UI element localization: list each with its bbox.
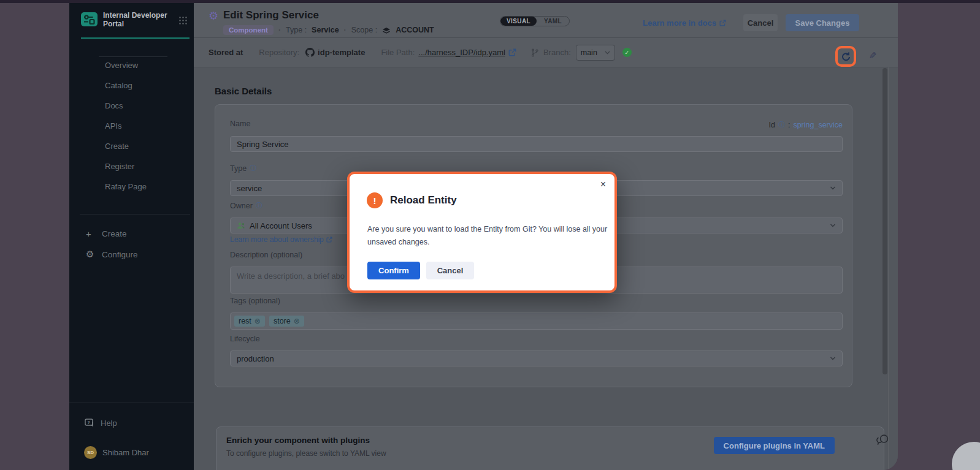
scope-meta-label: Scope : [351, 26, 377, 34]
name-label: Name [230, 119, 250, 128]
confirm-button[interactable]: Confirm [367, 262, 420, 279]
repository-value[interactable]: idp-template [318, 48, 365, 57]
lifecycle-value: production [237, 354, 274, 363]
sidebar-create-button[interactable]: + Create [69, 224, 194, 243]
brand-underline [81, 37, 189, 39]
lifecycle-label: Lifecycle [230, 335, 260, 343]
stored-at-label: Stored at [209, 48, 243, 57]
cancel-button[interactable]: Cancel [743, 14, 778, 31]
help-button[interactable]: ? Help [69, 414, 194, 431]
configure-plugins-button[interactable]: Configure plugins in YAML [714, 437, 835, 454]
reload-entity-modal: × ! Reload Entity Are you sure you want … [347, 172, 617, 293]
lifecycle-select[interactable]: production [230, 351, 843, 366]
tag-remove-icon[interactable]: ⊗ [294, 317, 300, 325]
id-separator: : [788, 121, 790, 129]
ownership-link-label: Learn more about ownership [230, 235, 324, 244]
description-label: Description (optional) [230, 251, 302, 259]
type-meta-label: Type : [286, 26, 307, 34]
tag-label: store [274, 317, 291, 325]
reload-entity-button[interactable] [835, 46, 856, 67]
tags-label: Tags (optional) [230, 297, 280, 305]
plugins-subtitle: To configure plugins, please switch to Y… [226, 449, 386, 458]
sidebar-item-create[interactable]: Create [69, 136, 194, 156]
chevron-down-icon [830, 186, 836, 190]
chevron-down-icon [830, 224, 836, 227]
dot-separator: · [344, 26, 346, 34]
git-branch-icon [531, 48, 538, 57]
group-icon [237, 222, 245, 229]
stored-at-info: Stored at Repository: idp-template File … [209, 38, 632, 67]
avatar: SD [84, 446, 97, 459]
help-chat-icon: ? [85, 419, 94, 428]
nav-divider [80, 214, 190, 214]
type-label: Type ⓘ [230, 164, 256, 173]
sidebar-item-docs[interactable]: Docs [69, 96, 194, 116]
branch-select[interactable]: main [576, 45, 615, 61]
sidebar-item-rafay-page[interactable]: Rafay Page [69, 176, 194, 197]
reload-icon [841, 51, 851, 62]
type-meta-value: Service [312, 26, 339, 34]
modal-title: Reload Entity [390, 194, 457, 207]
modal-cancel-button[interactable]: Cancel [426, 262, 474, 279]
ownership-link[interactable]: Learn more about ownership [230, 235, 332, 244]
external-link-icon[interactable] [508, 48, 516, 56]
dot-separator: · [278, 26, 281, 34]
sidebar-item-register[interactable]: Register [69, 156, 194, 176]
sidebar-nav: OverviewCatalogDocsAPIsCreateRegisterRaf… [69, 55, 194, 197]
owner-label: Owner ⓘ [230, 201, 262, 210]
sidebar-configure-button[interactable]: ⚙ Configure [69, 245, 194, 263]
sidebar-bottom-divider [69, 403, 194, 403]
section-title: Basic Details [215, 86, 272, 96]
repository-label: Repository: [259, 48, 299, 57]
account-scope-icon [382, 27, 391, 35]
logo-row: Internal Developer Portal [81, 11, 188, 34]
plus-icon: + [86, 229, 102, 239]
type-value: service [237, 184, 262, 193]
scope-meta-value: ACCOUNT [396, 26, 434, 34]
file-path-label: File Path: [381, 48, 415, 57]
portal-title: Internal Developer Portal [103, 11, 170, 28]
app-switcher-icon[interactable] [178, 16, 188, 25]
chevron-down-icon [830, 357, 836, 360]
svg-text:?: ? [88, 420, 90, 425]
gear-icon: ⚙ [86, 249, 102, 260]
github-icon [305, 48, 315, 57]
branch-label: Branch: [543, 48, 571, 57]
info-icon: ⓘ [778, 120, 785, 129]
modal-message: Are you sure you want to load the Entity… [367, 223, 611, 249]
help-label: Help [101, 419, 117, 428]
user-name: Shibam Dhar [102, 448, 149, 457]
info-icon: ⓘ [250, 164, 256, 173]
page-title: Edit Spring Service [223, 9, 319, 21]
tags-input[interactable]: rest⊗store⊗ [230, 313, 843, 330]
edit-yaml-icon[interactable]: ✎ [869, 50, 877, 61]
external-link-icon [326, 237, 332, 243]
docs-link-label: Learn more in docs [643, 18, 716, 28]
component-badge: Component [223, 25, 274, 35]
sync-status-icon: ✓ [622, 48, 632, 57]
content-right-divider [888, 67, 889, 470]
name-input[interactable] [230, 136, 843, 152]
page-header: ⚙ Edit Spring Service Component · Type :… [194, 3, 898, 38]
scrollbar[interactable] [882, 68, 887, 374]
plugins-title: Enrich your component with plugins [226, 436, 370, 445]
sidebar-item-catalog[interactable]: Catalog [69, 75, 194, 96]
docs-link[interactable]: Learn more in docs [643, 18, 726, 28]
warning-icon: ! [367, 192, 383, 208]
entity-id-value[interactable]: spring_service [793, 121, 843, 129]
tag-remove-icon[interactable]: ⊗ [255, 317, 261, 325]
view-toggle-visual[interactable]: VISUAL [500, 17, 537, 26]
gear-icon: ⚙ [209, 9, 218, 23]
sidebar-item-overview[interactable]: Overview [69, 55, 194, 75]
file-path-link[interactable]: .../harness_IDP/idp.yaml [418, 48, 505, 57]
save-changes-button[interactable]: Save Changes [786, 14, 859, 31]
close-icon[interactable]: × [600, 179, 606, 190]
stored-at-bar: Stored at Repository: idp-template File … [194, 38, 898, 67]
sidebar-item-apis[interactable]: APIs [69, 116, 194, 136]
feedback-bubbles-icon[interactable] [876, 434, 889, 446]
user-menu[interactable]: SD Shibam Dhar [69, 444, 194, 460]
view-toggle-yaml[interactable]: YAML [537, 17, 569, 26]
sidebar: Internal Developer Portal OverviewCatalo… [69, 3, 194, 470]
plugins-card: Enrich your component with plugins To co… [216, 426, 884, 470]
tag-chip: store⊗ [269, 316, 304, 327]
